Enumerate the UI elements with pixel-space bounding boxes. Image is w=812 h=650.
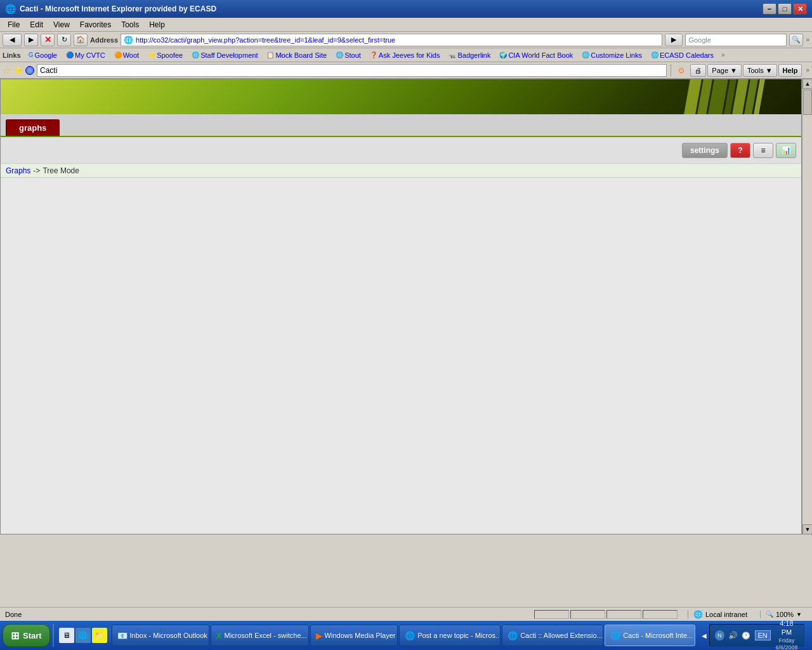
fav-rss-icon[interactable]: ⊙	[675, 64, 688, 77]
staff-dev-icon: 🌐	[192, 51, 199, 58]
status-zone: 🌐 Local intranet	[688, 610, 752, 619]
status-div-4	[643, 610, 678, 619]
help-icon-button[interactable]: ?	[730, 143, 750, 158]
minimize-button[interactable]: −	[763, 3, 776, 15]
taskbar-cacti-active[interactable]: 🌐 Cacti - Microsoft Inte...	[605, 625, 695, 646]
forward-button[interactable]: ▶	[24, 34, 38, 46]
divider-1	[671, 64, 671, 77]
toolbar-overflow[interactable]: »	[806, 67, 809, 74]
scroll-thumb[interactable]	[803, 90, 812, 115]
link-mycvtc[interactable]: 🔵 My CVTC	[62, 51, 109, 60]
address-globe-icon: 🌐	[124, 36, 133, 44]
titlebar-left: 🌐 Cacti - Microsoft Internet Explorer pr…	[5, 4, 216, 14]
link-ecasd-calendars[interactable]: 🌐 ECASD Caledars	[647, 51, 717, 60]
link-stout[interactable]: 🌐 Stout	[332, 51, 365, 60]
scrollbar[interactable]: ▲ ▼	[802, 79, 812, 534]
taskbar-wmp[interactable]: ▶ Windows Media Player	[310, 625, 398, 646]
language-indicator[interactable]: EN	[755, 630, 771, 640]
link-customize[interactable]: 🌐 Customize Links	[578, 51, 646, 60]
link-cia[interactable]: 🌍 CIA World Fact Book	[495, 51, 577, 60]
start-separator	[53, 624, 54, 647]
link-google[interactable]: G Google	[25, 51, 61, 60]
windows-logo: ⊞	[11, 630, 19, 642]
tray-network[interactable]: N	[715, 630, 724, 640]
favbar: ☆ ⭐ Cacti ⊙ 🖨 Page ▼ Tools ▼ Help »	[0, 62, 812, 79]
fav-star-add[interactable]: ☆	[3, 65, 11, 76]
fav-globe-icon	[25, 66, 34, 75]
start-button[interactable]: ⊞ Start	[3, 624, 50, 647]
link-woot[interactable]: 🟠 Woot	[110, 51, 143, 60]
help-button[interactable]: Help	[778, 64, 802, 77]
cacti-app-header	[1, 79, 801, 114]
menu-file[interactable]: File	[3, 19, 25, 30]
tab-graphs[interactable]: graphs	[6, 119, 60, 136]
ql-ie[interactable]: 🌐	[75, 628, 91, 643]
search-placeholder: Google	[688, 36, 710, 44]
excel-label: Microsoft Excel - switche...	[224, 632, 306, 639]
menu-help[interactable]: Help	[144, 19, 170, 30]
outlook-label: Inbox - Microsoft Outlook	[130, 632, 207, 639]
link-spoofee[interactable]: ⭐ Spoofee	[144, 51, 187, 60]
spoofee-icon: ⭐	[148, 51, 155, 58]
cacti-nav-row: graphs	[1, 114, 801, 137]
zoom-level: 100%	[776, 611, 794, 618]
tray-time-sync[interactable]: 🕐	[742, 630, 751, 640]
maximize-button[interactable]: □	[778, 3, 792, 15]
clock[interactable]: 4:18 PM Friday6/6/2008	[775, 619, 799, 650]
links-label: Links	[3, 51, 21, 59]
zone-icon: 🌐	[693, 610, 703, 619]
ql-desktop[interactable]: 🖥	[59, 628, 74, 643]
status-div-1	[534, 610, 569, 619]
scroll-down-button[interactable]: ▼	[802, 524, 812, 534]
graph-view-button[interactable]: 📊	[776, 143, 796, 158]
link-badgerlink[interactable]: 🦡 Badgerlink	[445, 51, 494, 60]
menu-favorites[interactable]: Favorites	[75, 19, 116, 30]
google-icon: G	[29, 51, 34, 58]
fav-address[interactable]: Cacti	[37, 64, 667, 77]
search-box[interactable]: Google	[685, 34, 787, 46]
settings-button[interactable]: settings	[682, 143, 728, 158]
ie-toolbar-right: 🖨 Page ▼ Tools ▼ Help »	[690, 64, 809, 77]
link-mock-board[interactable]: 📋 Mock Board Site	[263, 51, 331, 60]
menu-tools[interactable]: Tools	[116, 19, 144, 30]
taskbar-post-topic[interactable]: 🌐 Post a new topic - Micros...	[399, 625, 501, 646]
zoom-dropdown[interactable]: ▼	[796, 611, 802, 618]
home-button[interactable]: 🏠	[74, 34, 88, 46]
fav-name: Cacti	[40, 66, 57, 75]
scroll-up-button[interactable]: ▲	[802, 79, 812, 89]
tray-volume[interactable]: 🔊	[728, 630, 738, 640]
main-content-area	[1, 178, 801, 534]
excel-icon: X	[216, 631, 222, 640]
menu-view[interactable]: View	[48, 19, 75, 30]
link-ask-jeeves[interactable]: ❓ Ask Jeeves for Kids	[366, 51, 444, 60]
fav-star-2[interactable]: ⭐	[13, 66, 23, 75]
refresh-button[interactable]: ↻	[57, 34, 71, 46]
ask-jeeves-icon: ❓	[370, 51, 377, 58]
wmp-icon: ▶	[316, 631, 322, 640]
status-zoom: 🔍 100% ▼	[760, 611, 807, 618]
cacti-allowed-icon: 🌐	[508, 631, 518, 640]
back-button[interactable]: ◀	[3, 34, 22, 46]
taskbar-outlook[interactable]: 📧 Inbox - Microsoft Outlook	[112, 625, 209, 646]
print-button[interactable]: 🖨	[690, 64, 706, 77]
wmp-label: Windows Media Player	[325, 632, 396, 639]
close-button[interactable]: ✕	[793, 3, 807, 15]
taskbar-cacti-allowed[interactable]: 🌐 Cacti :: Allowed Extensio...	[502, 625, 603, 646]
search-button[interactable]: 🔍	[789, 34, 803, 46]
taskbar-excel[interactable]: X Microsoft Excel - switche...	[211, 625, 309, 646]
breadcrumb-separator: ->	[33, 166, 40, 175]
ql-folder[interactable]: 📁	[92, 628, 107, 643]
tools-button[interactable]: Tools ▼	[743, 64, 777, 77]
show-hidden-icons[interactable]: ◀	[702, 632, 707, 639]
cacti-active-icon: 🌐	[610, 631, 620, 640]
address-go-button[interactable]: ▶	[665, 34, 683, 46]
page-button[interactable]: Page ▼	[707, 64, 742, 77]
link-staff-development[interactable]: 🌐 Staff Development	[188, 51, 261, 60]
cacti-allowed-label: Cacti :: Allowed Extensio...	[520, 632, 603, 639]
address-bar[interactable]: 🌐 http://co32/cacti/graph_view.php?actio…	[121, 34, 662, 46]
breadcrumb-link-graphs[interactable]: Graphs	[6, 166, 30, 175]
stop-button[interactable]: ✕	[41, 34, 55, 46]
menu-edit[interactable]: Edit	[25, 19, 48, 30]
list-view-button[interactable]: ≡	[753, 143, 773, 158]
links-overflow-arrow[interactable]: »	[721, 51, 725, 58]
